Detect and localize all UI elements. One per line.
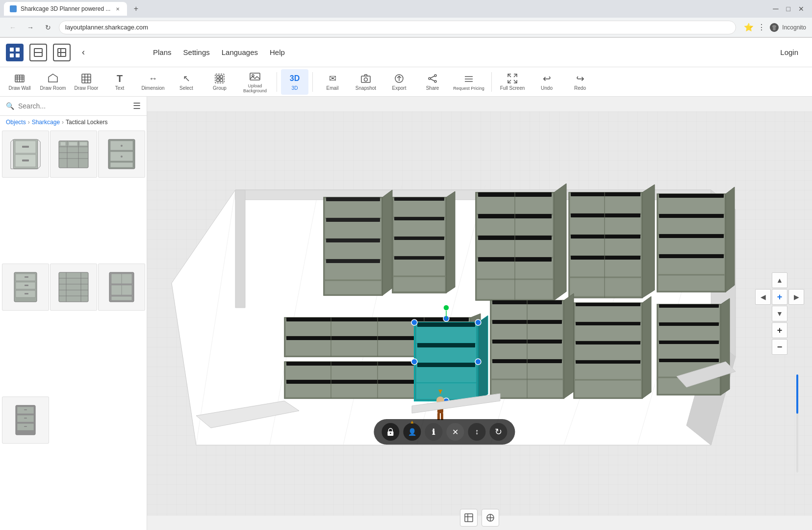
list-item[interactable] [2, 131, 49, 178]
nav-plans[interactable]: Plans [153, 46, 172, 58]
tool-export[interactable]: Export [383, 69, 415, 95]
svg-marker-225 [478, 316, 488, 401]
svg-rect-26 [217, 79, 219, 81]
main-layout: 🔍 ☰ Objects › Sharkcage › Tactical Locke… [0, 97, 812, 530]
tool-share[interactable]: Share [417, 69, 448, 95]
svg-rect-183 [576, 303, 640, 306]
tool-snapshot[interactable]: Snapshot [350, 69, 381, 95]
warning-button[interactable]: 👤 ▲ [403, 423, 421, 441]
delete-button[interactable]: ✕ [446, 423, 464, 441]
reload-btn[interactable]: ↻ [41, 21, 55, 34]
tool-email[interactable]: ✉ Email [317, 69, 348, 95]
breadcrumb-sharkcage[interactable]: Sharkcage [32, 119, 60, 126]
bottom-tool-2[interactable] [482, 509, 499, 527]
sidebar-menu-icon[interactable]: ☰ [133, 101, 141, 111]
list-item[interactable] [50, 264, 97, 311]
login-button[interactable]: Login [772, 45, 806, 59]
logo-icon-2[interactable] [29, 44, 47, 61]
incognito-badge: Incognito [769, 23, 806, 32]
info-button[interactable]: ℹ [425, 423, 442, 441]
svg-point-34 [429, 78, 431, 80]
svg-marker-164 [726, 187, 735, 292]
back-nav-btn[interactable]: ← [6, 21, 20, 34]
close-window-btn[interactable]: ✕ [798, 5, 804, 13]
svg-rect-124 [393, 277, 445, 292]
list-item[interactable] [98, 131, 145, 178]
draw-wall-icon [14, 73, 25, 84]
tool-upload-bg[interactable]: Upload Background [237, 69, 273, 95]
svg-line-36 [431, 76, 434, 78]
new-tab-button[interactable]: + [129, 2, 143, 16]
list-item[interactable] [2, 397, 49, 444]
list-item[interactable] [50, 131, 97, 178]
tool-request-pricing[interactable]: Request Pricing [450, 69, 487, 95]
back-button[interactable]: ‹ [76, 46, 90, 59]
tool-dimension[interactable]: ↔ Dimension [137, 69, 169, 95]
svg-marker-187 [642, 296, 651, 398]
tool-text[interactable]: T Text [104, 69, 135, 95]
svg-marker-129 [446, 191, 455, 293]
svg-rect-73 [25, 293, 28, 294]
logo-icon-1[interactable] [6, 44, 24, 61]
bottom-tool-1[interactable] [460, 509, 478, 527]
nav-help[interactable]: Help [270, 46, 285, 58]
svg-point-231 [411, 359, 417, 365]
export-icon [393, 73, 405, 84]
tab-close-btn[interactable]: ✕ [114, 5, 121, 12]
zoom-out-btn[interactable]: − [772, 339, 787, 355]
breadcrumb-sep-2: › [62, 119, 64, 126]
forward-nav-btn[interactable]: → [24, 21, 37, 34]
search-input[interactable] [18, 102, 129, 110]
address-input[interactable]: layoutplanner.sharkcage.com [59, 21, 736, 34]
maximize-btn[interactable]: □ [787, 5, 790, 13]
viewport[interactable]: 👤 ▲ ℹ ✕ ↕ ↻ ▲ ◀ + ▶ ▼ [147, 97, 812, 530]
nav-left-btn[interactable]: ◀ [755, 289, 771, 305]
lock-button[interactable] [381, 423, 399, 441]
browser-tab[interactable]: Sharkcage 3D Planner powered ... ✕ [4, 2, 127, 16]
tool-draw-wall[interactable]: Draw Wall [4, 69, 35, 95]
tool-draw-floor[interactable]: Draw Floor [71, 69, 102, 95]
tool-draw-room[interactable]: Draw Room [37, 69, 69, 95]
tool-redo[interactable]: ↪ Redo [564, 69, 596, 95]
svg-rect-159 [658, 275, 725, 291]
breadcrumb-objects[interactable]: Objects [6, 119, 26, 126]
svg-rect-143 [570, 193, 641, 213]
toolbar-separator-2 [312, 72, 313, 92]
tool-3d-view[interactable]: 3D 3D [281, 69, 308, 95]
svg-rect-161 [659, 214, 724, 218]
list-item[interactable] [98, 264, 145, 311]
breadcrumb-sep-1: › [28, 119, 30, 126]
svg-marker-153 [642, 185, 655, 298]
nav-languages[interactable]: Languages [222, 46, 258, 58]
svg-rect-121 [393, 218, 445, 237]
tool-select[interactable]: ↖ Select [171, 69, 202, 95]
nav-center-btn[interactable]: + [772, 289, 787, 305]
resize-button[interactable]: ↕ [468, 423, 485, 441]
rotate-button[interactable]: ↻ [489, 423, 507, 441]
share-icon [427, 73, 438, 84]
svg-rect-3 [10, 48, 14, 52]
upload-bg-icon [249, 71, 261, 82]
toolbar-separator-3 [491, 72, 492, 92]
nav-settings[interactable]: Settings [183, 46, 210, 58]
email-icon: ✉ [327, 73, 338, 84]
3d-scene [147, 97, 812, 530]
zoom-indicator [796, 374, 798, 473]
more-btn[interactable]: ⋮ [758, 23, 765, 32]
zoom-in-btn[interactable]: + [772, 322, 787, 338]
tool-full-screen[interactable]: Full Screen [496, 69, 529, 95]
draw-wall-label: Draw Wall [8, 85, 30, 91]
svg-rect-245 [465, 514, 473, 522]
nav-down-btn[interactable]: ▼ [772, 306, 787, 321]
search-bar: 🔍 ☰ [0, 97, 147, 116]
nav-right-btn[interactable]: ▶ [788, 289, 804, 305]
list-item[interactable] [2, 264, 49, 311]
minimize-btn[interactable]: ─ [773, 4, 778, 13]
extensions-icon[interactable]: ⭐ [744, 23, 754, 32]
tool-undo[interactable]: ↩ Undo [531, 69, 562, 95]
breadcrumb: Objects › Sharkcage › Tactical Lockers [0, 116, 147, 129]
nav-up-btn[interactable]: ▲ [772, 272, 787, 288]
objects-grid [0, 129, 147, 530]
tool-group[interactable]: Group [204, 69, 235, 95]
logo-icon-3[interactable] [53, 44, 71, 61]
